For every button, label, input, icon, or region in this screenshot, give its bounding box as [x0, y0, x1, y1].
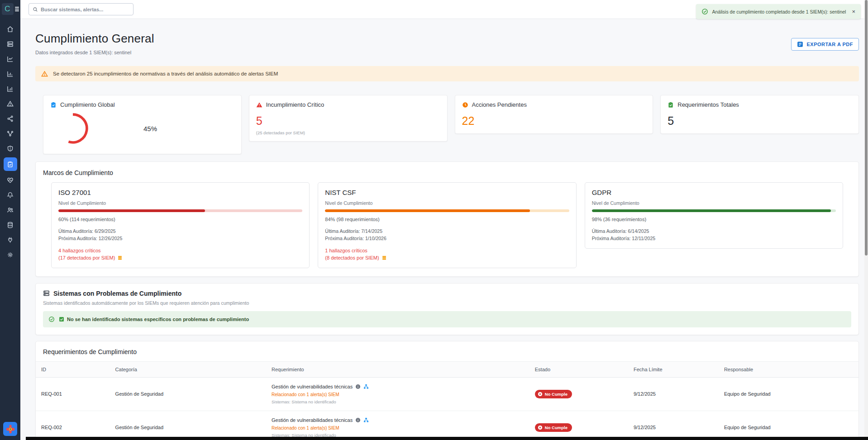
bell-icon [7, 192, 14, 199]
req-name: Gestión de vulnerabilidades técnicas [272, 417, 353, 423]
vertical-scrollbar[interactable] [864, 0, 868, 440]
status-badge: No Cumple [535, 390, 572, 398]
sidebar-item-alerts[interactable] [4, 98, 17, 109]
network-icon [7, 115, 14, 122]
scrollbar-thumb[interactable] [865, 0, 868, 255]
sidebar-item-servers[interactable] [4, 38, 17, 50]
col-id: ID [36, 361, 110, 377]
menu-toggle-icon[interactable] [15, 7, 19, 11]
page-title: Cumplimiento General [35, 32, 154, 46]
frameworks-title: Marcos de Cumplimiento [43, 169, 851, 176]
sidebar-item-settings[interactable] [4, 249, 17, 260]
stat-global-value: 45% [143, 125, 157, 132]
sidebar-item-users[interactable] [4, 204, 17, 216]
clock-orange-icon [462, 102, 468, 108]
sitemap-icon[interactable] [363, 417, 369, 423]
shield-icon [7, 145, 14, 152]
stat-pending-label: Acciones Pendientes [472, 101, 527, 108]
info-icon[interactable] [355, 384, 361, 389]
framework-level-label: Nivel de Cumplimiento [58, 200, 302, 206]
devtools-logo[interactable] [3, 422, 17, 436]
toast-notification: Análisis de cumplimiento completado desd… [696, 4, 861, 19]
plug-icon [7, 237, 14, 243]
main-content: Cumplimiento General Datos integrados de… [20, 19, 864, 440]
sidebar-item-health[interactable] [4, 174, 17, 186]
x-circle-icon [538, 425, 543, 430]
stat-total-label: Requerimientos Totales [677, 101, 739, 108]
framework-card-iso27001: ISO 27001 Nivel de Cumplimiento 60% (114… [51, 182, 310, 268]
coins-icon [117, 255, 123, 260]
search-input[interactable] [41, 7, 129, 12]
sitemap-icon[interactable] [363, 384, 369, 389]
req-name: Gestión de vulnerabilidades técnicas [272, 384, 353, 389]
clipboard-check-blue-icon [50, 102, 57, 108]
global-search[interactable] [29, 3, 134, 15]
servers-dark-icon [43, 290, 50, 297]
export-pdf-label: EXPORTAR A PDF [806, 42, 853, 47]
stat-critical-note: (25 detectadas por SIEM) [256, 130, 440, 135]
toast-close-icon[interactable]: × [852, 8, 855, 15]
sidebar-item-analytics[interactable] [4, 53, 17, 65]
stat-card-critical: Incumplimiento Crítico 5 (25 detectadas … [249, 95, 448, 142]
framework-title: GDPR [592, 189, 836, 196]
sidebar-item-network[interactable] [4, 113, 17, 124]
req-siem-note: Relacionado con 1 alerta(s) SIEM [272, 426, 524, 431]
siem-warning-banner: Se detectaron 25 incumplimientos de norm… [35, 66, 859, 81]
req-siem-note: Relacionado con 1 alerta(s) SIEM [272, 392, 524, 397]
sidebar-item-database[interactable] [4, 219, 17, 231]
table-row: REQ-002 Gestión de Seguridad Gestión de … [36, 411, 858, 440]
col-category: Categoría [110, 361, 266, 377]
requirements-panel: Requerimientos de Cumplimiento ID Catego… [35, 341, 859, 440]
sidebar-item-compliance[interactable] [4, 157, 17, 171]
stat-card-total: Requerimientos Totales 5 [660, 95, 859, 134]
framework-progress-fill [58, 209, 205, 212]
sidebar-item-bar-chart[interactable] [4, 68, 17, 80]
framework-level-label: Nivel de Cumplimiento [325, 200, 569, 206]
search-icon [33, 7, 38, 12]
framework-percent: 60% (114 requerimientos) [58, 217, 302, 222]
req-id: REQ-001 [36, 377, 110, 411]
gear-icon [7, 251, 14, 258]
framework-progress-fill [325, 209, 530, 212]
network-alt-icon [7, 130, 14, 137]
systems-empty-message: No se han identificado sistemas específi… [67, 317, 249, 322]
req-owner: Equipo de Seguridad [719, 377, 858, 411]
framework-last-audit: Última Auditoría: 6/14/2025 [592, 227, 836, 235]
coins-icon [382, 255, 387, 260]
sidebar-item-integrations[interactable] [4, 234, 17, 246]
app-logo[interactable]: C [2, 3, 14, 15]
framework-title: ISO 27001 [58, 189, 302, 196]
sidebar-item-home[interactable] [4, 23, 17, 35]
toast-message: Análisis de cumplimiento completado desd… [712, 9, 846, 14]
requirements-table: ID Categoría Requerimiento Estado Fecha … [36, 361, 858, 440]
line-chart-icon [7, 56, 14, 62]
clipboard-check-icon [7, 161, 14, 168]
sidebar-item-bar-chart-2[interactable] [4, 83, 17, 95]
framework-findings: 1 hallazgos críticos [325, 247, 569, 255]
warning-triangle-icon [41, 71, 48, 77]
systems-panel: Sistemas con Problemas de Cumplimiento S… [35, 283, 859, 335]
sidebar-item-network-2[interactable] [4, 128, 17, 139]
servers-icon [7, 41, 14, 47]
warning-text: Se detectaron 25 incumplimientos de norm… [53, 71, 278, 76]
window-bottom-edge [26, 437, 868, 440]
stat-card-global: Cumplimiento Global 45% [43, 95, 242, 154]
req-category: Gestión de Seguridad [110, 377, 266, 411]
framework-percent: 84% (98 requerimientos) [325, 217, 569, 222]
framework-findings-note: (17 detectados por SIEM) [58, 254, 115, 262]
home-icon [7, 26, 14, 33]
export-pdf-button[interactable]: EXPORTAR A PDF [791, 38, 859, 51]
framework-next-audit: Próxima Auditoría: 12/26/2025 [58, 235, 302, 242]
stat-pending-value: 22 [462, 114, 646, 128]
col-deadline: Fecha Límite [628, 361, 719, 377]
alert-triangle-red-icon [256, 102, 262, 108]
sidebar-item-notifications[interactable] [4, 189, 17, 201]
req-systems: Sistemas: Sistema no identificado [272, 399, 524, 404]
sidebar: C [0, 0, 20, 440]
pdf-icon [797, 41, 803, 47]
heart-pulse-icon [7, 177, 14, 184]
info-icon[interactable] [355, 417, 361, 423]
stat-critical-label: Incumplimiento Crítico [266, 101, 324, 108]
sidebar-item-shield[interactable] [4, 142, 17, 154]
bar-chart-alt-icon [7, 85, 14, 92]
